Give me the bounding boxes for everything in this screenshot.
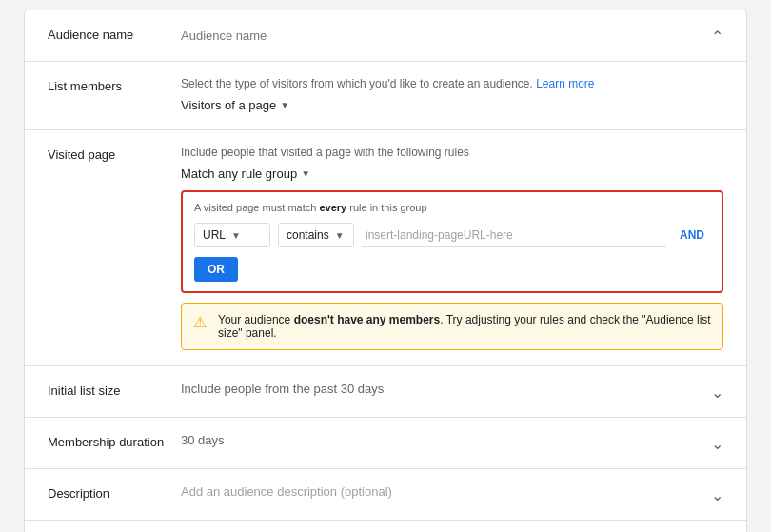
learn-more-link[interactable]: Learn more (536, 77, 594, 90)
warning-icon: ⚠ (193, 313, 210, 331)
rule-row: URL ▼ contains ▼ AND (194, 223, 710, 247)
warning-box: ⚠ Your audience doesn't have any members… (181, 303, 723, 350)
collapse-icon[interactable]: ⌃ (711, 26, 723, 46)
audience-name-row: ⌃ (181, 26, 723, 46)
description-placeholder: Add an audience description (optional) (181, 484, 392, 499)
membership-duration-content: 30 days ⌄ (181, 433, 723, 453)
list-members-section: List members Select the type of visitors… (25, 62, 746, 130)
warning-bold: doesn't have any members (294, 313, 441, 326)
description-section: Description Add an audience description … (25, 469, 746, 521)
contains-select-arrow: ▼ (335, 230, 345, 241)
initial-list-size-section: Initial list size Include people from th… (25, 366, 746, 418)
visited-page-section: Visited page Include people that visited… (25, 130, 746, 366)
and-button[interactable]: AND (674, 225, 710, 246)
initial-list-size-value: Include people from the past 30 days (181, 382, 384, 396)
or-button[interactable]: OR (194, 257, 238, 282)
description-label: Description (48, 484, 181, 501)
main-form: Audience name ⌃ List members Select the … (24, 10, 747, 532)
url-select[interactable]: URL ▼ (194, 223, 270, 247)
description-collapse-icon[interactable]: ⌄ (711, 484, 723, 504)
visited-page-content: Include people that visited a page with … (181, 146, 723, 350)
list-members-label: List members (48, 77, 181, 93)
warning-text: Your audience doesn't have any members. … (218, 313, 711, 340)
url-value-input[interactable] (362, 224, 666, 247)
initial-list-size-collapse-icon[interactable]: ⌄ (711, 382, 723, 402)
membership-duration-collapse-icon[interactable]: ⌄ (711, 433, 723, 453)
initial-list-size-label: Initial list size (48, 382, 181, 398)
description-content: Add an audience description (optional) ⌄ (181, 484, 723, 504)
visited-page-desc: Include people that visited a page with … (181, 146, 723, 159)
audience-name-input[interactable] (181, 29, 711, 43)
visited-page-label: Visited page (48, 146, 181, 350)
url-select-arrow: ▼ (231, 230, 241, 241)
audience-name-section: Audience name ⌃ (25, 10, 746, 62)
rule-box: A visited page must match every rule in … (181, 190, 723, 293)
match-rule-dropdown[interactable]: Match any rule group ▼ (181, 165, 310, 183)
list-members-content: Select the type of visitors from which y… (181, 77, 723, 114)
membership-duration-label: Membership duration (48, 433, 181, 449)
list-members-dropdown[interactable]: Visitors of a page ▼ (181, 96, 289, 114)
footer: Your use of remarketing lists must compl… (25, 521, 746, 532)
visited-page-row: Visited page Include people that visited… (48, 146, 723, 350)
audience-name-content: ⌃ (181, 26, 723, 46)
rule-box-header: A visited page must match every rule in … (194, 202, 710, 213)
membership-duration-section: Membership duration 30 days ⌄ (25, 418, 746, 469)
list-members-dropdown-arrow: ▼ (280, 100, 289, 110)
contains-select[interactable]: contains ▼ (278, 223, 354, 247)
list-members-desc: Select the type of visitors from which y… (181, 77, 723, 90)
initial-list-size-content: Include people from the past 30 days ⌄ (181, 382, 723, 402)
rule-header-bold: every (319, 202, 346, 213)
match-rule-arrow: ▼ (301, 168, 310, 179)
membership-duration-value: 30 days (181, 433, 225, 447)
audience-name-label: Audience name (48, 26, 181, 42)
